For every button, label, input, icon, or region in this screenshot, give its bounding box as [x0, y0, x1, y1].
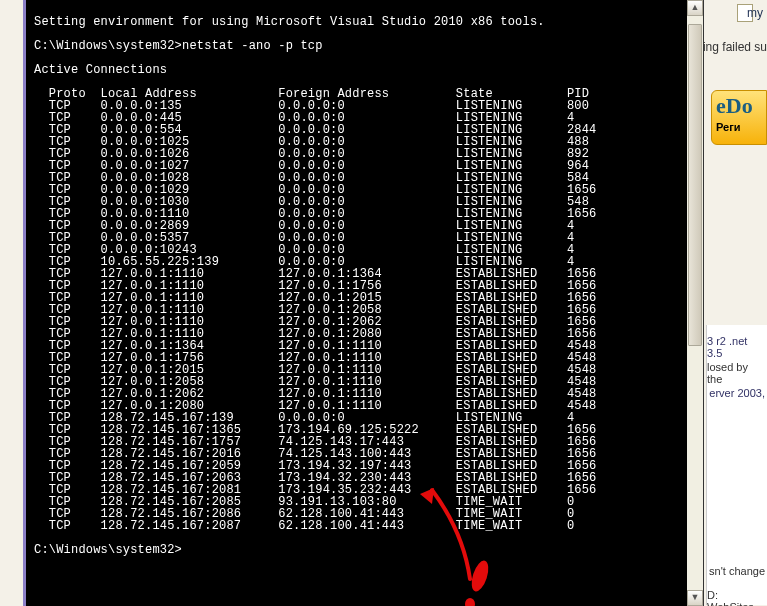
- related-text-4: sn't change: [709, 565, 765, 577]
- edoc-sub: Реги: [716, 121, 762, 133]
- edoc-title: eDo: [716, 95, 762, 117]
- related-link-1[interactable]: 3 r2 .net 3.5: [707, 335, 765, 359]
- bg-filename: my: [747, 6, 763, 20]
- scroll-thumb[interactable]: [688, 24, 702, 346]
- scroll-up-button[interactable]: ▲: [687, 0, 703, 16]
- related-text-2: losed by the: [707, 361, 765, 385]
- scroll-down-button[interactable]: ▼: [687, 590, 703, 606]
- cmd-output[interactable]: Setting environment for using Microsoft …: [34, 16, 685, 594]
- scrollbar-vertical[interactable]: ▲ ▼: [687, 0, 703, 606]
- related-text-5: D: WebSites: [707, 589, 765, 606]
- page-root: my ing failed su eDo Реги 3 r2 .net 3.5 …: [0, 0, 767, 606]
- bg-snippet-failed: ing failed su: [703, 40, 767, 54]
- related-link-3[interactable]: erver 2003,: [709, 387, 765, 399]
- related-panel: 3 r2 .net 3.5 losed by the erver 2003, s…: [706, 325, 767, 605]
- edoc-badge[interactable]: eDo Реги: [711, 90, 767, 145]
- cmd-window[interactable]: Setting environment for using Microsoft …: [23, 0, 704, 606]
- scroll-track[interactable]: [687, 16, 703, 590]
